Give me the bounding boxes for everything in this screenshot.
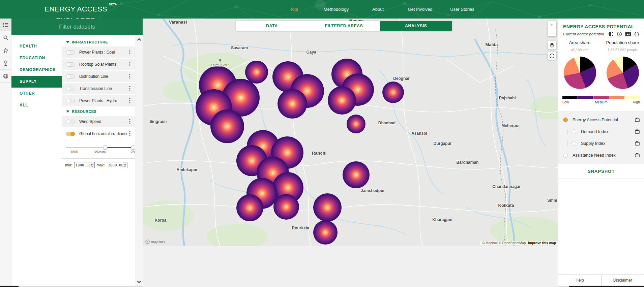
range-min-label: 1800 [70,150,78,154]
label-text: Dhanbad [378,121,396,125]
map-tab-filtered-areas[interactable]: FILTERED AREAS [308,21,380,31]
dataset-options-kebab-icon[interactable] [127,131,132,137]
index-selector-list: Energy Access PotentialDemand IndexSuppl… [558,111,644,164]
improve-map-link[interactable]: Improve this map [528,241,556,245]
ghi-range-controls: 1800kWh/m²2800min:max: [62,139,135,171]
index-label: Energy Access Potential [573,118,635,122]
dataset-toggle-wind-speed[interactable] [66,120,75,124]
dataset-options-kebab-icon[interactable] [127,119,132,125]
index-export-icon[interactable] [635,129,640,134]
contrast-icon[interactable] [608,31,614,37]
min-spinner[interactable] [90,162,94,168]
rail-button-globe-icon[interactable] [0,70,11,83]
layers-button[interactable] [548,41,556,49]
city-label-asansol: Asansol [411,131,427,136]
dataset-row-rooftop-solar-plants: Rooftop Solar Plants [62,59,135,70]
max-spinner[interactable] [123,162,127,168]
nav-item-tool[interactable]: Tool [290,0,298,19]
basemap-decoration [143,19,558,246]
min-value-input[interactable] [75,162,90,168]
dataset-toggle-power-plants-hydro[interactable] [66,99,75,103]
rail-button-location-pin-icon[interactable] [0,57,11,70]
nav-item-about[interactable]: About [372,0,384,19]
mapbox-logo[interactable]: mapbox [145,240,166,244]
map-controls: +− [548,21,556,63]
dataset-toggle-distribution-line[interactable] [66,74,75,79]
dataset-options-kebab-icon[interactable] [127,73,132,80]
sidebar-category-all[interactable]: ALL [11,99,62,111]
max-value-input[interactable] [107,162,123,168]
nav-item-user-stories[interactable]: User Stories [450,0,474,19]
rail-button-dataset-list-icon[interactable] [0,19,11,31]
label-text: Kharagpur [432,217,453,222]
dataset-section-resources[interactable]: RESOURCES [62,107,135,116]
index-radio-assistance-need-index[interactable] [563,153,568,158]
index-radio-energy-access-potential[interactable] [563,118,568,122]
dataset-options-kebab-icon[interactable] [127,98,132,104]
heatmap-blob [382,82,404,103]
map-tab-data[interactable]: DATA [236,21,308,31]
image-export-icon[interactable] [625,32,631,36]
zoom-out-button[interactable]: − [548,29,556,36]
index-export-icon[interactable] [635,153,640,158]
slider-handle-min[interactable] [103,145,107,150]
dataset-toggle-power-plants-coal[interactable] [66,50,75,55]
map-info-button[interactable] [548,52,556,60]
label-text: Rourkela [292,226,309,230]
snapshot-button[interactable]: SNAPSHOT [558,164,644,179]
scale-label-low: Low [562,100,569,104]
toggle-knob [66,87,70,91]
dataset-toggle-rooftop-solar-plants[interactable] [66,62,75,67]
share-value: 42,180 km² [558,48,601,52]
scale-label-high: High [633,100,640,104]
info-icon[interactable] [617,31,622,37]
map-tab-analysis[interactable]: ANALYSIS [380,21,452,31]
sidebar-category-health[interactable]: HEALTH [11,40,62,52]
slider-handle-max[interactable] [131,145,135,150]
heatmap-blob [347,115,365,133]
index-export-icon[interactable] [635,141,640,146]
scroll-up-icon[interactable] [135,37,143,42]
scroll-down-icon[interactable] [135,279,143,284]
scale-segment [562,96,578,99]
dataset-options-kebab-icon[interactable] [127,86,132,92]
city-label-korba: Korba [155,218,167,223]
dataset-options-kebab-icon[interactable] [127,61,132,68]
sidebar-category-education[interactable]: EDUCATION [11,52,62,64]
help-link[interactable]: Help [558,275,601,286]
bottom-strip-mid [19,286,143,287]
panel-subtitle: Current and/or potential [563,32,608,36]
disclaimer-link[interactable]: Disclaimer [601,275,644,286]
dataset-options-kebab-icon[interactable] [127,49,132,56]
dataset-toggle-global-horizontal-irradiance[interactable] [66,132,75,136]
filter-datasets-input[interactable]: Filter datasets [11,19,143,35]
sidebar-category-demographics[interactable]: DEMOGRAPHICS [11,64,62,76]
analysis-panel: ENERGY ACCESS POTENTIAL Current and/or p… [558,19,644,287]
index-export-icon[interactable] [635,117,640,122]
globe-icon [3,73,8,79]
index-radio-demand-index[interactable] [572,129,576,134]
city-label-malda: Malda [485,42,498,47]
nav-item-get-involved[interactable]: Get Involved [408,0,433,19]
label-text: Malda [485,42,498,47]
label-text: Bardhaman [456,160,478,165]
zoom-in-button[interactable]: + [548,21,556,29]
map-canvas[interactable]: VaranasiMungerSasaramKaimur WLSGayaMalda… [143,19,558,246]
dataset-toggle-transmission-line[interactable] [66,87,75,91]
dataset-section-infrastructure[interactable]: INFRASTRUCTURE [62,38,135,46]
dataset-scrollbar[interactable] [135,35,143,287]
app-logo[interactable]: ENERGY ACCESS EXPLORER BETA [32,3,120,19]
nav-item-methodology[interactable]: Methodology [324,0,349,19]
sidebar-category-supply[interactable]: SUPPLY [11,76,62,88]
range-slider[interactable] [66,144,134,150]
sidebar-category-other[interactable]: OTHER [11,88,62,99]
code-braces-icon[interactable]: { } [634,32,639,36]
rail-button-favorites-star-icon[interactable] [0,44,11,57]
index-radio-supply-index[interactable] [572,141,576,146]
scale-segment [578,96,593,99]
rail-button-search-icon[interactable] [0,31,11,44]
braces-glyph: { } [634,32,639,36]
city-label-ambikapur: Ambikapur [176,167,198,172]
dataset-label: Transmission Line [79,86,127,91]
share-label: Population share [601,40,644,45]
